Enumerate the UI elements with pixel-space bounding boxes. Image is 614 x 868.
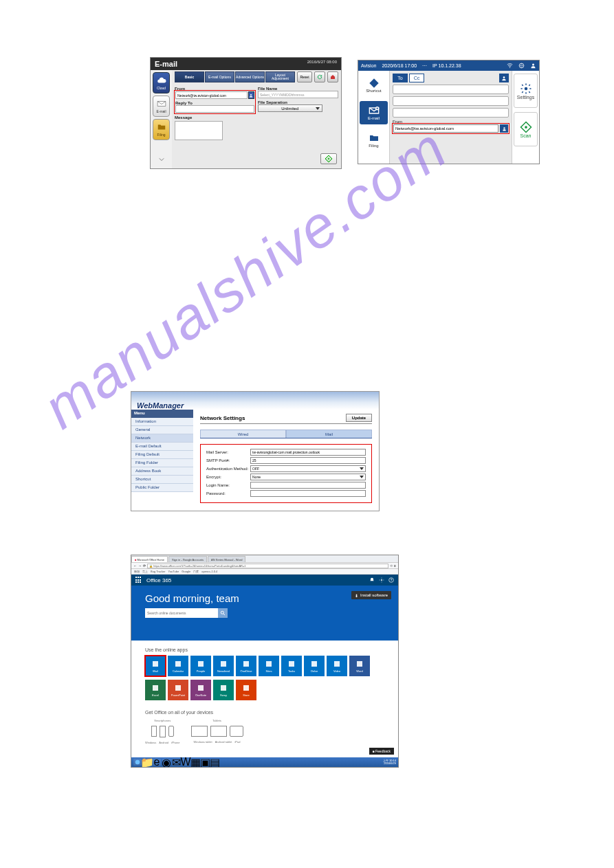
browser-tab-2[interactable]: Sign in - Google Accounts xyxy=(168,556,207,562)
bookmark-4[interactable]: YouTube xyxy=(168,570,179,573)
home-icon[interactable] xyxy=(327,71,338,82)
phone-iphone-icon[interactable] xyxy=(168,726,174,737)
app-mail[interactable]: Mail xyxy=(145,656,166,676)
app-store[interactable]: Store xyxy=(236,680,256,700)
install-software-button[interactable]: ⬇Install software xyxy=(351,591,391,599)
menu-network[interactable]: Network xyxy=(131,434,193,443)
app-tasks[interactable]: Tasks xyxy=(281,656,302,676)
reset-button[interactable]: Reset xyxy=(297,71,312,82)
feedback-button[interactable]: ■ Feedback xyxy=(369,748,394,755)
update-button[interactable]: Update xyxy=(346,414,372,422)
addressbook-button[interactable] xyxy=(499,74,509,82)
email-button[interactable]: E-mail xyxy=(360,101,388,124)
phone-android-icon[interactable] xyxy=(160,726,166,737)
sidebar-expand-icon[interactable] xyxy=(153,151,170,166)
start-scan-button[interactable] xyxy=(320,153,337,164)
filing-button[interactable]: Filing xyxy=(360,129,388,152)
menu-filing-default[interactable]: Filing Default xyxy=(131,451,193,459)
browser-tab-3[interactable]: AN Series Manual - Word xyxy=(208,556,245,562)
sidebar-email-button[interactable]: E-mail xyxy=(153,96,170,117)
app-delve[interactable]: Delve xyxy=(304,656,325,676)
tablet-windows-icon[interactable] xyxy=(191,726,208,737)
search-box[interactable] xyxy=(145,608,228,618)
clock[interactable]: 上午 10:14 2016/6/29 xyxy=(383,759,396,765)
replyto-field[interactable] xyxy=(175,105,254,113)
tablet-android-icon[interactable] xyxy=(210,726,227,737)
recipient-field-1[interactable] xyxy=(393,85,509,94)
tab-basic[interactable]: Basic xyxy=(175,71,204,82)
outlook-icon[interactable]: ✉ xyxy=(172,759,180,766)
password-input[interactable] xyxy=(250,490,366,497)
bookmark-5[interactable]: Google xyxy=(182,570,190,573)
ie-icon[interactable]: e xyxy=(153,759,161,766)
filename-field[interactable]: Select_YYYYMMDDhhmmss xyxy=(258,91,338,98)
app-onenote[interactable]: OneNote xyxy=(190,680,211,700)
from-field[interactable]: Network@tw.avision-global.com xyxy=(393,124,498,133)
chrome-icon[interactable]: ◉ xyxy=(162,759,171,766)
tab-email-options[interactable]: E-mail Options xyxy=(205,71,234,82)
tab-wired[interactable]: Wired xyxy=(200,430,286,438)
from-field[interactable]: Network@tw.avision-global.com xyxy=(175,91,248,99)
menu-public-folder[interactable]: Public Folder xyxy=(131,484,193,492)
app-excel[interactable]: Excel xyxy=(145,680,166,700)
star-icon[interactable]: ☆ xyxy=(390,564,393,568)
auth-select[interactable]: OFF xyxy=(250,465,366,472)
phone-windows-icon[interactable] xyxy=(151,726,157,737)
app-icon-1[interactable]: ▦ xyxy=(191,759,199,766)
app-sway[interactable]: Sway xyxy=(213,680,234,700)
url-bar[interactable]: 🔒 https://www.office.com/1/?auth=2&home=… xyxy=(147,564,388,568)
forward-icon[interactable]: → xyxy=(138,564,142,568)
menu-general[interactable]: General xyxy=(131,426,193,434)
recipient-field-2[interactable] xyxy=(393,96,509,106)
mailserver-input[interactable]: tw-avisionglobal-com.mail.protection.out… xyxy=(250,449,366,456)
bookmark-3[interactable]: Bug Tracker xyxy=(151,570,166,573)
settings-icon[interactable] xyxy=(379,577,384,583)
menu-email-default[interactable]: E-mail Default xyxy=(131,443,193,451)
user-icon[interactable] xyxy=(530,63,536,69)
app-icon-2[interactable]: ▣ xyxy=(201,759,209,766)
app-word[interactable]: Word xyxy=(349,656,370,676)
menu-information[interactable]: Information xyxy=(131,418,193,426)
app-calendar[interactable]: Calendar xyxy=(168,656,188,676)
recipient-field-3[interactable] xyxy=(393,108,509,118)
word-icon[interactable]: W xyxy=(182,759,190,766)
app-icon-3[interactable]: ▤ xyxy=(210,759,219,766)
app-powerpoint[interactable]: PowerPoint xyxy=(168,680,188,700)
notifications-icon[interactable] xyxy=(369,577,375,583)
bookmark-1[interactable]: 新增 xyxy=(134,570,140,573)
app-onedrive[interactable]: OneDrive xyxy=(236,656,256,676)
message-field[interactable] xyxy=(175,121,223,140)
refresh-icon[interactable] xyxy=(314,71,325,82)
smtpport-input[interactable]: 25 xyxy=(250,457,366,464)
app-sites[interactable]: Sites xyxy=(259,656,279,676)
search-input[interactable] xyxy=(145,611,218,615)
bookmark-7[interactable]: opencc-1.0.4 xyxy=(201,570,217,573)
cc-tab[interactable]: Cc xyxy=(409,74,424,82)
tab-layout-adjustment[interactable]: Layout Adjustment xyxy=(265,71,295,82)
encrypt-select[interactable]: None xyxy=(250,474,366,480)
app-people[interactable]: People xyxy=(190,656,211,676)
back-icon[interactable]: ← xyxy=(133,564,137,568)
help-icon[interactable]: ? xyxy=(388,577,394,583)
to-tab[interactable]: To xyxy=(393,74,408,82)
menu-shortcut[interactable]: Shortcut xyxy=(131,476,193,484)
login-input[interactable] xyxy=(250,482,366,489)
menu-address-book[interactable]: Address Book xyxy=(131,467,193,476)
tab-advanced-options[interactable]: Advanced Options xyxy=(235,71,265,82)
scan-button[interactable]: Scan xyxy=(514,112,538,146)
tab-mail[interactable]: Mail xyxy=(286,430,372,438)
bookmark-2[interactable]: 売上 xyxy=(142,570,148,573)
app-launcher-icon[interactable] xyxy=(135,577,142,583)
reload-icon[interactable]: ⟳ xyxy=(143,564,146,568)
app-video[interactable]: Video xyxy=(327,656,347,676)
browser-tab-1[interactable]: ■ Microsoft Office Home xyxy=(131,556,168,562)
shortcut-button[interactable]: Shortcut xyxy=(360,74,388,97)
search-icon[interactable] xyxy=(218,608,228,618)
tablet-ipad-icon[interactable] xyxy=(230,726,243,737)
addressbook-icon[interactable] xyxy=(248,91,254,99)
bookmark-6[interactable]: 百度 xyxy=(193,570,199,573)
app-newsfeed[interactable]: Newsfeed xyxy=(213,656,234,676)
explorer-icon[interactable]: 📁 xyxy=(143,759,151,766)
menu-filing-folder[interactable]: Filing Folder xyxy=(131,459,193,467)
filesep-dropdown[interactable]: Unlimited xyxy=(258,104,322,112)
